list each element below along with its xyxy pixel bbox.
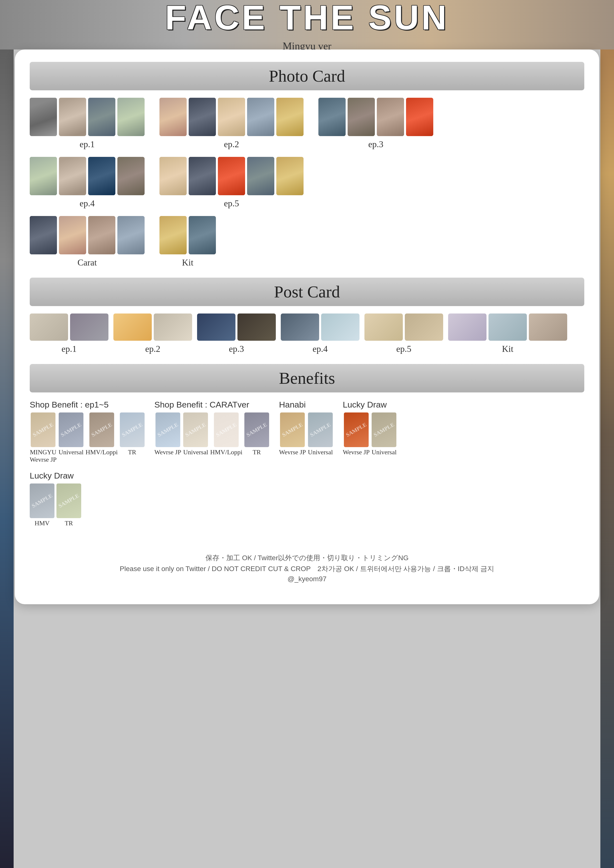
photocard-group-ep3: ep.3	[319, 98, 433, 149]
sample-watermark-14: SAMPLE	[58, 492, 80, 509]
benefit-img-tr-lucky2: SAMPLE	[56, 484, 81, 518]
footer-line-2: Please use it only on Twitter / DO NOT C…	[30, 564, 584, 574]
benefits-section: Benefits Shop Benefit : ep1~5 SAMPLE MIN…	[30, 364, 584, 527]
lucky-draw-2-title: Lucky Draw	[30, 471, 584, 480]
post-ep3-1	[197, 313, 235, 341]
pc-ep1-3	[88, 98, 115, 136]
photocard-group-ep1: ep.1	[30, 98, 145, 149]
pc-ep4-2	[59, 157, 86, 195]
benefit-label-mingyu: MINGYUWevrse JP	[30, 449, 56, 463]
shop-benefit-ep-group: Shop Benefit : ep1~5 SAMPLE MINGYUWevrse…	[30, 400, 145, 463]
benefit-label-hmv-1: HMV/Loppi	[85, 449, 118, 456]
postcard-section: Post Card ep.1 ep.2	[30, 277, 584, 354]
photocard-group-carat: Carat	[30, 216, 145, 268]
post-ep3-label: ep.3	[229, 344, 244, 354]
postcard-group-kit: Kit	[448, 313, 567, 354]
carat-label: Carat	[78, 257, 97, 268]
pc-ep5-5	[276, 157, 303, 195]
ep3-images	[319, 98, 433, 136]
footer: 保存・加工 OK / Twitter以外での使用・切り取り・トリミングNG Pl…	[30, 542, 584, 583]
benefit-col-universal-1: SAMPLE Universal	[58, 412, 84, 463]
pc-ep3-4	[406, 98, 433, 136]
header-area: FACE THE SUN Mingyu ver	[0, 0, 614, 50]
benefits-header: Benefits	[30, 364, 584, 392]
photocard-group-ep5: ep.5	[159, 157, 303, 209]
benefit-img-universal-lucky: SAMPLE	[372, 412, 396, 447]
ep2-label: ep.2	[224, 139, 239, 149]
benefit-label-hmv-lucky2: HMV	[35, 519, 50, 527]
hanabi-images: SAMPLE Wevrse JP SAMPLE Universal	[279, 412, 333, 456]
benefit-label-wevrse-hanabi: Wevrse JP	[279, 449, 306, 456]
photocard-row-3: Carat Kit	[30, 216, 584, 268]
ep1-images	[30, 98, 145, 136]
pc-ep2-3	[218, 98, 245, 136]
photocard-section: Photo Card ep.1	[30, 62, 584, 268]
ep4-images	[30, 157, 145, 195]
benefit-col-universal-carat: SAMPLE Universal	[183, 412, 208, 456]
pc-kit-2	[189, 216, 216, 254]
post-ep5-images	[364, 313, 443, 341]
benefits-row-1: Shop Benefit : ep1~5 SAMPLE MINGYUWevrse…	[30, 400, 584, 463]
ep5-label: ep.5	[224, 198, 239, 209]
benefit-img-mingyu-wevrse: SAMPLE	[31, 412, 56, 447]
hanabi-group: Hanabi SAMPLE Wevrse JP SAMPLE Universal	[279, 400, 333, 456]
pc-kit-1	[159, 216, 187, 254]
sample-watermark-4: SAMPLE	[121, 422, 143, 438]
benefit-label-tr-lucky2: TR	[65, 519, 73, 527]
pc-ep1-4	[117, 98, 145, 136]
pc-ep2-2	[189, 98, 216, 136]
benefit-col-wevrse-hanabi: SAMPLE Wevrse JP	[279, 412, 306, 456]
postcard-header: Post Card	[30, 277, 584, 306]
benefit-col-wevrse-carat: SAMPLE Wevrse JP	[154, 412, 181, 456]
post-ep4-label: ep.4	[313, 344, 328, 354]
post-ep4-1	[281, 313, 319, 341]
pc-ep5-4	[247, 157, 274, 195]
pc-ep2-4	[247, 98, 274, 136]
sample-watermark-7: SAMPLE	[215, 422, 238, 438]
postcard-title: Post Card	[274, 282, 340, 301]
shop-ep-images: SAMPLE MINGYUWevrse JP SAMPLE Universal …	[30, 412, 145, 463]
kit-images	[159, 216, 216, 254]
post-ep5-1	[364, 313, 403, 341]
post-kit-3	[529, 313, 567, 341]
sample-watermark-12: SAMPLE	[373, 422, 395, 438]
pc-carat-2	[59, 216, 86, 254]
lucky-draw-1-title: Lucky Draw	[343, 400, 397, 409]
benefit-label-wevrse-lucky: Wevrse JP	[343, 449, 370, 456]
pc-ep1-1	[30, 98, 57, 136]
benefit-img-hmv-1: SAMPLE	[89, 412, 114, 447]
sample-watermark-9: SAMPLE	[281, 422, 304, 438]
main-card: Photo Card ep.1	[15, 50, 599, 604]
post-ep2-label: ep.2	[145, 344, 160, 354]
benefit-img-hmv-carat: SAMPLE	[214, 412, 239, 447]
postcard-group-ep5: ep.5	[364, 313, 443, 354]
pc-ep4-3	[88, 157, 115, 195]
pc-ep5-3	[218, 157, 245, 195]
benefit-col-hmv-carat: SAMPLE HMV/Loppi	[210, 412, 242, 456]
benefit-img-wevrse-lucky: SAMPLE	[344, 412, 368, 447]
sample-watermark-6: SAMPLE	[184, 422, 207, 438]
post-ep3-2	[238, 313, 276, 341]
shop-carat-title: Shop Benefit : CARATver	[154, 400, 269, 409]
ep3-label: ep.3	[368, 139, 384, 149]
sample-watermark-10: SAMPLE	[309, 422, 332, 438]
sample-watermark-5: SAMPLE	[157, 422, 179, 438]
post-ep2-images	[113, 313, 192, 341]
post-ep3-images	[197, 313, 276, 341]
kit-label: Kit	[182, 257, 193, 268]
pc-ep5-1	[159, 157, 187, 195]
ep5-images	[159, 157, 303, 195]
postcard-row: ep.1 ep.2 ep.3	[30, 313, 584, 354]
ep1-label: ep.1	[80, 139, 95, 149]
post-kit-label: Kit	[502, 344, 513, 354]
post-kit-images	[448, 313, 567, 341]
benefit-label-wevrse-carat: Wevrse JP	[154, 449, 181, 456]
photocard-group-kit: Kit	[159, 216, 216, 268]
post-ep1-label: ep.1	[62, 344, 77, 354]
pc-carat-4	[117, 216, 145, 254]
shop-ep-title: Shop Benefit : ep1~5	[30, 400, 145, 409]
photocard-title: Photo Card	[269, 67, 345, 85]
post-ep1-images	[30, 313, 109, 341]
sample-watermark: SAMPLE	[32, 422, 54, 438]
post-ep1-2	[70, 313, 109, 341]
